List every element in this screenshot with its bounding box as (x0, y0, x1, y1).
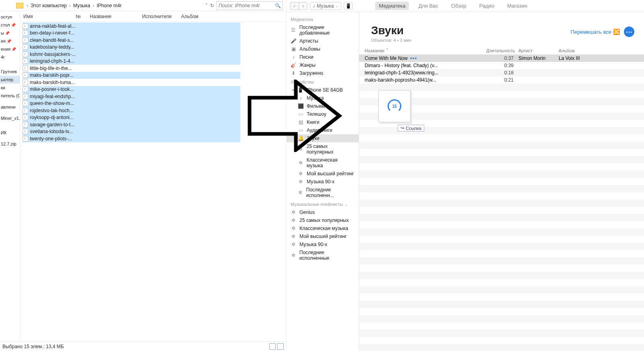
sidebar-item[interactable]: ▭Аудиокниги (287, 126, 359, 134)
track-row[interactable] (359, 322, 644, 330)
sidebar-item[interactable]: ✲25 самых популярных (287, 142, 359, 156)
track-row[interactable] (359, 308, 644, 315)
refresh-icon[interactable]: ↻ (210, 3, 214, 8)
track-row[interactable] (359, 272, 644, 279)
sidebar-item[interactable]: ♪Музыка (287, 94, 359, 102)
track-row[interactable] (359, 156, 644, 163)
track-row[interactable] (359, 265, 644, 272)
tree-item[interactable]: авлени (0, 103, 20, 111)
sidebar-item[interactable]: ▤Книги (287, 118, 359, 126)
dropdown-arrow-icon[interactable]: ˅ (205, 3, 208, 8)
sidebar-item[interactable]: 🎤Артисты (287, 37, 359, 45)
file-row[interactable]: rojdestvo-tak-hoch... (23, 107, 240, 114)
sidebar-item[interactable]: ✲Классическая музыка (287, 156, 359, 170)
tree-item[interactable] (0, 137, 20, 140)
search-box[interactable]: 🔍 (217, 1, 283, 10)
file-row[interactable]: little-big-life-in-the... (23, 65, 240, 72)
tab-Обзор[interactable]: Обзор (448, 2, 470, 10)
file-row[interactable]: kshmr-bassjackers-... (23, 51, 240, 58)
sidebar-item[interactable]: ▭Телешоу (287, 110, 359, 118)
column-headers[interactable]: Имя № Название Исполнители Альбом (20, 11, 286, 22)
file-row[interactable]: savage-garden-to-t... (23, 121, 240, 128)
file-row[interactable]: maks-barskih-tuma... (23, 79, 240, 86)
tree-item[interactable]: ия📌 (0, 37, 20, 45)
th-artist[interactable]: Артист (516, 48, 556, 53)
file-row[interactable]: kadebostany-teddy... (23, 44, 240, 51)
tree-item[interactable]: ьютер (0, 76, 20, 84)
breadcrumb[interactable]: ›Этот компьютер›Музыка›IPhone m4r (0, 3, 203, 8)
sidebar-item[interactable]: ✲Мой высший рейтинг (287, 232, 359, 240)
th-name[interactable]: Название ˄ (362, 48, 484, 53)
device-button[interactable]: 📱 (344, 2, 353, 10)
tree-item[interactable] (0, 111, 20, 114)
breadcrumb-segment[interactable]: Этот компьютер (30, 3, 68, 8)
file-row[interactable]: anna-naklab-feat-al... (23, 23, 240, 30)
file-row[interactable]: royksopp-dj-antoni... (23, 114, 240, 121)
track-row[interactable] (359, 214, 644, 221)
th-duration[interactable]: Длительность (484, 48, 516, 53)
file-row[interactable]: miyagi-feat-endshp... (23, 93, 240, 100)
track-row[interactable] (359, 192, 644, 199)
sidebar-item[interactable]: ✲Музыка 90-х (287, 178, 359, 186)
search-input[interactable] (219, 3, 274, 8)
track-more-icon[interactable]: ••• (410, 55, 417, 62)
tree-item[interactable]: ения📌 (0, 45, 20, 53)
track-row[interactable] (359, 178, 644, 185)
track-row[interactable] (359, 236, 644, 243)
col-no[interactable]: № (72, 14, 87, 19)
col-album[interactable]: Альбом (178, 14, 286, 19)
sidebar-device[interactable]: ▾📱iPhone SE 64GB (287, 86, 359, 94)
track-row[interactable] (359, 199, 644, 207)
tracks-list[interactable]: Come With Me Now•••0:37Simon MorinLa Voi… (359, 55, 644, 351)
file-row[interactable]: clean-bandit-feat-s... (23, 37, 240, 44)
tree-item[interactable] (0, 122, 20, 125)
tree-item[interactable]: ИК (0, 129, 20, 137)
track-row[interactable] (359, 337, 644, 344)
breadcrumb-segment[interactable]: Музыка (72, 3, 91, 8)
track-row[interactable] (359, 142, 644, 149)
file-row[interactable]: queen-the-show-m... (23, 100, 240, 107)
sidebar-item[interactable]: ✲25 самых популярных (287, 216, 359, 224)
tab-Магазин[interactable]: Магазин (504, 2, 531, 10)
track-row[interactable] (359, 301, 644, 308)
file-row[interactable]: mike-posner-i-took... (23, 86, 240, 93)
back-button[interactable]: ‹ (290, 2, 299, 10)
tree-item[interactable]: ы📌 (0, 29, 20, 37)
sidebar-item[interactable]: ♪Песни (287, 53, 359, 61)
tab-Медиатека[interactable]: Медиатека (375, 2, 409, 10)
sidebar-item[interactable]: ☰Последние добавленные (287, 23, 359, 37)
track-row[interactable]: Dimaro - History (feat. Chady) (v...0:39 (359, 62, 644, 69)
media-dropdown[interactable]: ♪ Музыка ⌄ (310, 2, 341, 10)
file-row[interactable]: twenty-one-pilots-... (23, 135, 240, 142)
file-row[interactable]: svetlana-loboda-tv... (23, 128, 240, 135)
track-row[interactable]: maks-barskih-poproshu-4941(w...0:21 (359, 76, 644, 84)
sidebar-item[interactable]: 🎸Жанры (287, 61, 359, 69)
chevron-down-icon[interactable]: ⌄ (345, 202, 348, 207)
disclosure-icon[interactable]: ▾ (291, 88, 294, 92)
tab-Радио[interactable]: Радио (475, 2, 498, 10)
tree-item[interactable]: ки (0, 84, 20, 92)
tree-item[interactable] (0, 100, 20, 103)
track-row[interactable] (359, 207, 644, 214)
col-title[interactable]: Название (87, 14, 139, 19)
sidebar-item[interactable]: ✲Мой высший рейтинг (287, 170, 359, 178)
col-name[interactable]: Имя (20, 14, 72, 19)
sidebar-item[interactable]: ✲Классическая музыка (287, 224, 359, 232)
more-button[interactable]: ⋯ (624, 27, 634, 37)
sidebar-item[interactable]: ✲Музыка 90-х (287, 240, 359, 248)
track-row[interactable] (359, 344, 644, 351)
tree-item[interactable]: оступ (0, 13, 20, 21)
track-headers[interactable]: Название ˄ Длительность Артист Альбом (359, 47, 644, 55)
sidebar-item[interactable]: 🔔Звуки (287, 134, 359, 142)
tree-item[interactable]: стол📌 (0, 21, 20, 29)
track-row[interactable] (359, 134, 644, 142)
track-row[interactable] (359, 279, 644, 286)
tree-item[interactable]: 4r (0, 53, 20, 61)
file-rows[interactable]: anna-naklab-feat-al...ben-delay-i-never-… (20, 22, 286, 341)
forward-button[interactable]: › (299, 2, 308, 10)
tree-item[interactable] (0, 61, 20, 64)
track-row[interactable]: leningrad-chph-1-4923(www.ring...0:18 (359, 69, 644, 76)
file-row[interactable]: leningrad-chph-1-4... (23, 58, 240, 65)
tree-item[interactable] (0, 125, 20, 129)
track-row[interactable] (359, 330, 644, 337)
